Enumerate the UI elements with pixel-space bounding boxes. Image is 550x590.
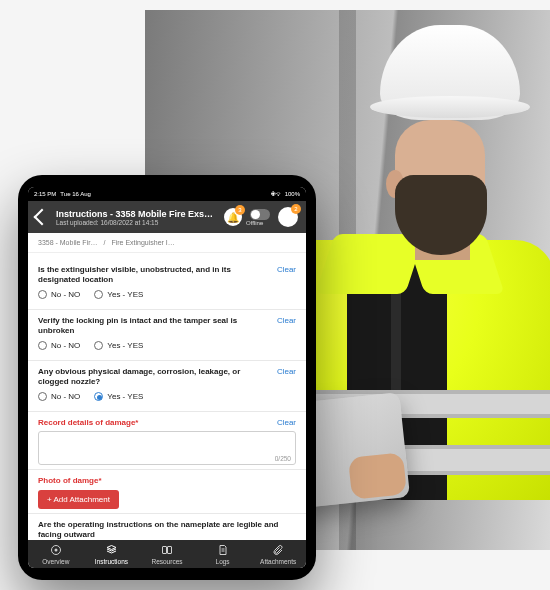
status-time: 2:15 PM (34, 191, 56, 197)
logs-icon (216, 544, 230, 556)
notifications-button[interactable]: 🔔 3 (224, 208, 242, 226)
clear-button[interactable]: Clear (277, 265, 296, 274)
question-4: Are the operating instructions on the na… (38, 520, 296, 540)
avatar[interactable]: 2 (278, 207, 298, 227)
q3-yes-radio[interactable]: Yes - YES (94, 392, 143, 401)
question-3: Any obvious physical damage, corrosion, … (38, 367, 271, 387)
question-1: Is the extinguisher visible, unobstructe… (38, 265, 271, 285)
q1-no-radio[interactable]: No - NO (38, 290, 80, 299)
notifications-badge: 3 (235, 205, 245, 215)
char-count: 0/250 (275, 455, 291, 462)
clear-button[interactable]: Clear (277, 418, 296, 427)
tab-attachments[interactable]: Attachments (250, 544, 306, 565)
status-date: Tue 16 Aug (60, 191, 90, 197)
clear-button[interactable]: Clear (277, 367, 296, 376)
device-statusbar: 2:15 PM Tue 16 Aug ⦿ ᯤ 100% (28, 187, 306, 201)
resources-icon (160, 544, 174, 556)
instructions-icon (104, 544, 118, 556)
wifi-icon: ⦿ ᯤ (270, 191, 281, 197)
tab-resources[interactable]: Resources (139, 544, 195, 565)
tab-overview[interactable]: Overview (28, 544, 84, 565)
overview-icon (49, 544, 63, 556)
tab-logs[interactable]: Logs (195, 544, 251, 565)
question-2: Verify the locking pin is intact and the… (38, 316, 271, 336)
page-title: Instructions - 3358 Mobile Fire Exstin… (56, 209, 216, 219)
damage-photo-label: Photo of damge* (38, 476, 296, 485)
offline-label: Offline (246, 220, 270, 226)
back-icon[interactable] (34, 209, 51, 226)
page-subtitle: Last uploaded: 16/08/2022 at 14:15 (56, 219, 216, 226)
svg-rect-2 (162, 547, 166, 554)
add-attachment-button[interactable]: + Add Attachment (38, 490, 119, 509)
form-body: Is the extinguisher visible, unobstructe… (28, 253, 306, 540)
bottom-tabbar: Overview Instructions Resources Logs Att… (28, 540, 306, 568)
breadcrumb: 3358 - Mobile Fir… / Fire Extinguisher I… (28, 233, 306, 253)
clear-button[interactable]: Clear (277, 316, 296, 325)
q3-no-radio[interactable]: No - NO (38, 392, 80, 401)
q2-yes-radio[interactable]: Yes - YES (94, 341, 143, 350)
svg-point-1 (54, 549, 57, 552)
attachments-icon (271, 544, 285, 556)
breadcrumb-level2[interactable]: Fire Extinguisher I… (111, 239, 174, 246)
avatar-badge: 2 (291, 204, 301, 214)
status-battery: 100% (285, 191, 300, 197)
tab-instructions[interactable]: Instructions (84, 544, 140, 565)
q2-no-radio[interactable]: No - NO (38, 341, 80, 350)
tablet-frame: 2:15 PM Tue 16 Aug ⦿ ᯤ 100% Instructions… (18, 175, 316, 580)
offline-toggle[interactable] (250, 209, 270, 220)
svg-rect-3 (167, 547, 171, 554)
q1-yes-radio[interactable]: Yes - YES (94, 290, 143, 299)
breadcrumb-level1[interactable]: 3358 - Mobile Fir… (38, 239, 98, 246)
app-header: Instructions - 3358 Mobile Fire Exstin… … (28, 201, 306, 233)
damage-details-input[interactable]: 0/250 (38, 431, 296, 465)
damage-details-label: Record details of damage* (38, 418, 138, 427)
app-screen: 2:15 PM Tue 16 Aug ⦿ ᯤ 100% Instructions… (28, 187, 306, 568)
